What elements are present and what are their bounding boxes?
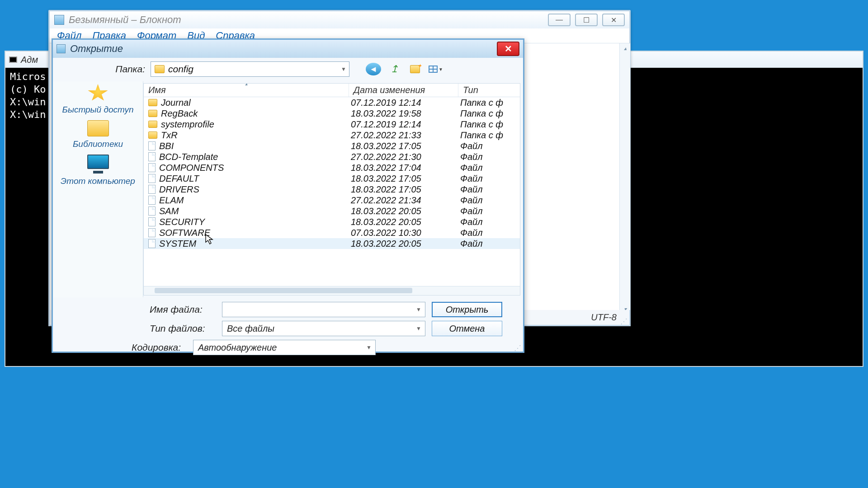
file-icon [148,239,156,248]
file-name: RegBack [161,108,198,119]
place-label: Библиотеки [73,139,123,149]
scroll-up-icon[interactable]: ▴ [620,43,630,53]
file-date: 18.03.2022 17:05 [349,184,458,195]
open-button[interactable]: Открыть [432,302,502,317]
file-icon [148,228,156,237]
folder-icon [148,121,157,128]
listview-header: ▴ Имя Дата изменения Тип [144,84,520,97]
grid-icon [429,66,438,73]
status-encoding: UTF-8 [591,312,617,323]
file-date: 07.12.2019 12:14 [349,98,458,108]
dialog-icon [57,44,66,53]
vscrollbar[interactable]: ▴ ▾ [619,43,630,314]
chevron-down-icon: ▼ [416,306,421,313]
file-icon [148,217,156,226]
dialog-close-button[interactable]: ✕ [497,42,519,56]
dialog-titlebar[interactable]: Открытие ✕ [53,40,523,58]
filename-input[interactable]: ▼ [222,302,425,317]
place-this-pc[interactable]: Этот компьютер [61,155,135,186]
chevron-down-icon: ▼ [439,67,443,72]
file-type: Файл [458,152,520,162]
maximize-button[interactable]: ☐ [575,14,598,26]
file-type: Папка с ф [458,108,520,119]
file-date: 18.03.2022 20:05 [349,239,458,249]
file-date: 27.02.2022 21:30 [349,152,458,162]
file-row[interactable]: COMPONENTS18.03.2022 17:04Файл [144,162,520,173]
view-menu-button[interactable]: ▼ [428,63,443,75]
file-date: 07.03.2022 10:30 [349,228,458,238]
file-row[interactable]: SYSTEM18.03.2022 20:05Файл [144,238,520,249]
back-button[interactable]: ◄ [366,63,381,75]
file-icon [148,174,156,183]
notepad-titlebar[interactable]: Безымянный – Блокнот — ☐ ✕ [50,11,629,28]
file-row[interactable]: BCD-Template27.02.2022 21:30Файл [144,151,520,162]
star-icon [88,84,108,102]
file-row[interactable]: SAM18.03.2022 20:05Файл [144,206,520,216]
file-type: Файл [458,195,520,206]
file-date: 18.03.2022 20:05 [349,217,458,227]
close-button[interactable]: ✕ [602,14,625,26]
file-name: BCD-Template [159,152,218,162]
file-date: 18.03.2022 17:04 [349,163,458,173]
file-name: systemprofile [161,119,214,130]
file-row[interactable]: Journal07.12.2019 12:14Папка с ф [144,97,520,108]
file-row[interactable]: systemprofile07.12.2019 12:14Папка с ф [144,119,520,130]
filetype-combo[interactable]: Все файлы ▼ [222,321,425,336]
file-type: Папка с ф [458,130,520,141]
file-name: COMPONENTS [159,163,224,173]
up-one-level-button[interactable]: ↥ [387,63,402,75]
file-date: 18.03.2022 20:05 [349,206,458,216]
file-name: DEFAULT [159,174,199,184]
minimize-button[interactable]: — [548,14,571,26]
listview-hscroll[interactable] [144,286,520,295]
place-libraries[interactable]: Библиотеки [73,120,123,149]
scrollbar-thumb[interactable] [155,288,412,293]
file-row[interactable]: RegBack18.03.2022 19:58Папка с ф [144,108,520,119]
file-type: Файл [458,239,520,249]
notepad-title: Безымянный – Блокнот [69,14,548,26]
file-row[interactable]: BBI18.03.2022 17:05Файл [144,141,520,151]
cancel-button[interactable]: Отмена [432,321,502,336]
col-type[interactable]: Тип [458,84,520,97]
file-type: Папка с ф [458,98,520,108]
file-name: SECURITY [159,217,205,227]
new-folder-button[interactable]: ✦ [407,63,423,75]
file-type: Файл [458,184,520,195]
folder-name: config [168,64,193,75]
col-date[interactable]: Дата изменения [349,84,458,97]
cmd-title: Адм [21,55,38,65]
lookin-label: Папка: [59,64,145,75]
chevron-down-icon: ▼ [416,325,421,332]
file-icon [148,185,156,194]
filename-label: Имя файла: [59,304,216,315]
folder-combo[interactable]: config ▼ [151,61,349,77]
file-name: SYSTEM [159,239,196,249]
file-icon [148,152,156,161]
file-date: 07.12.2019 12:14 [349,119,458,130]
col-name[interactable]: ▴ Имя [144,84,349,97]
encoding-combo[interactable]: Автообнаружение ▼ [193,340,376,355]
folder-icon [148,110,157,117]
file-type: Файл [458,228,520,238]
file-listview[interactable]: ▴ Имя Дата изменения Тип Journal07.12.20… [143,83,520,296]
file-row[interactable]: DRIVERS18.03.2022 17:05Файл [144,184,520,195]
resize-grip-icon[interactable]: ⋰ [620,319,627,324]
file-type: Файл [458,217,520,227]
file-name: BBI [159,141,174,151]
file-name: SAM [159,206,179,216]
folder-icon [148,99,157,106]
file-name: SOFTWARE [159,228,210,238]
filetype-label: Тип файлов: [59,323,216,334]
file-row[interactable]: DEFAULT18.03.2022 17:05Файл [144,173,520,184]
file-row[interactable]: SECURITY18.03.2022 20:05Файл [144,216,520,227]
file-row[interactable]: TxR27.02.2022 21:33Папка с ф [144,130,520,141]
file-row[interactable]: SOFTWARE07.03.2022 10:30Файл [144,227,520,238]
file-row[interactable]: ELAM27.02.2022 21:34Файл [144,195,520,206]
chevron-down-icon: ▼ [366,344,372,351]
file-date: 27.02.2022 21:33 [349,130,458,141]
monitor-icon [87,155,109,169]
file-date: 18.03.2022 17:05 [349,141,458,151]
dialog-resize-grip-icon[interactable]: ⋰ [514,346,521,351]
place-quick-access[interactable]: Быстрый доступ [62,84,134,115]
file-icon [148,206,156,216]
